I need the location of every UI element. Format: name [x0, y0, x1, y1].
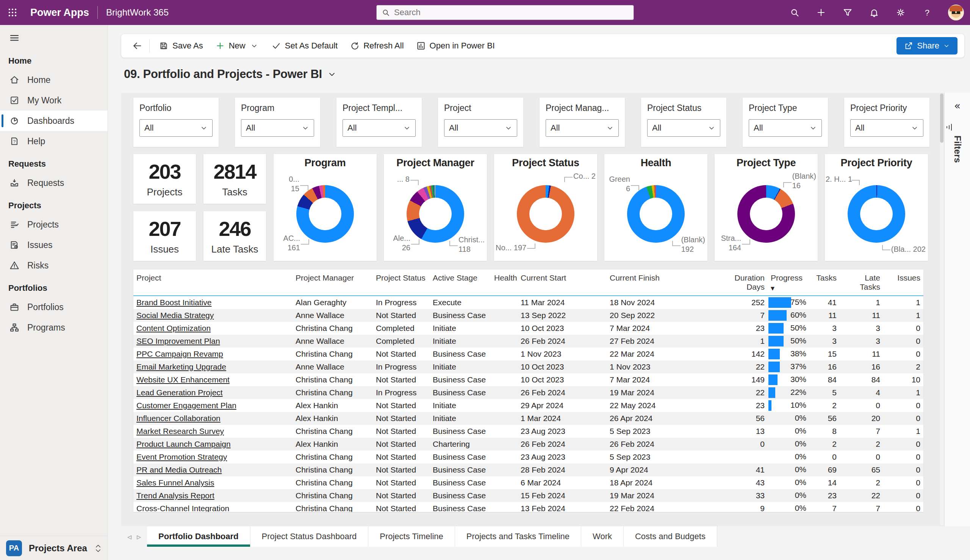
search-icon[interactable] [789, 7, 800, 18]
project-link[interactable]: Content Optimization [137, 324, 211, 332]
column-header-health[interactable]: Health [491, 272, 518, 286]
global-search[interactable] [376, 5, 634, 20]
slicer-dropdown[interactable]: All [241, 119, 314, 137]
new-button[interactable]: New [209, 37, 265, 54]
help-icon[interactable]: ? [922, 7, 933, 18]
project-link[interactable]: Sales Funnel Analysis [137, 478, 214, 487]
column-header-issues[interactable]: Issues [883, 272, 923, 286]
set-as-default-button[interactable]: Set As Default [265, 37, 344, 54]
column-header-late-tasks[interactable]: Late Tasks [840, 272, 883, 295]
table-row[interactable]: Website UX EnhancementChristina ChangNot… [134, 373, 923, 386]
scrollbar-thumb[interactable] [940, 93, 943, 143]
avatar[interactable] [948, 5, 964, 20]
sidebar-item-issues[interactable]: Issues [0, 235, 108, 255]
waffle-menu-icon[interactable] [0, 0, 25, 25]
table-row[interactable]: Market Research SurveyChristina ChangNot… [134, 425, 923, 438]
table-row[interactable]: Customer Engagement PlanAlex HankinNot S… [134, 399, 923, 412]
column-header-progress[interactable]: Progress▼ [768, 272, 813, 295]
table-row[interactable]: Product Launch CampaignAlex HankinNot St… [134, 438, 923, 450]
plus-icon[interactable] [815, 7, 827, 18]
back-button[interactable] [128, 37, 146, 54]
project-link[interactable]: Email Marketing Upgrade [137, 362, 226, 371]
sidebar-item-help[interactable]: ?Help [0, 131, 108, 152]
table-row[interactable]: PPC Campaign RevampChristina ChangNot St… [134, 348, 923, 360]
tab-costs-and-budgets[interactable]: Costs and Budgets [624, 526, 717, 547]
project-link[interactable]: SEO Improvement Plan [137, 337, 220, 345]
tab-prev-arrow[interactable]: ◃ [127, 532, 132, 542]
bell-icon[interactable] [868, 7, 880, 18]
donut-ring[interactable] [296, 185, 354, 243]
donut-ring[interactable] [848, 185, 905, 243]
filter-icon[interactable] [842, 7, 853, 18]
project-link[interactable]: Brand Boost Initiative [137, 298, 211, 307]
project-link[interactable]: PR and Media Outreach [137, 465, 222, 474]
column-header-current-start[interactable]: Current Start [518, 272, 607, 286]
project-link[interactable]: Influencer Collaboration [137, 414, 220, 423]
search-input[interactable] [394, 8, 617, 17]
project-link[interactable]: Customer Engagement Plan [137, 401, 236, 410]
slicer-dropdown[interactable]: All [749, 119, 822, 137]
table-row[interactable]: Brand Boost InitiativeAlan GeraghtyIn Pr… [134, 296, 923, 309]
column-header-active-stage[interactable]: Active Stage [430, 272, 491, 286]
tab-work[interactable]: Work [581, 526, 624, 547]
chevron-down-icon[interactable] [327, 70, 336, 79]
refresh-all-button[interactable]: Refresh All [344, 37, 410, 54]
sidebar-item-risks[interactable]: Risks [0, 255, 108, 276]
table-row[interactable]: Sales Funnel AnalysisChristina ChangNot … [134, 476, 923, 489]
sidebar-item-home[interactable]: Home [0, 70, 108, 90]
column-header-tasks[interactable]: Tasks [813, 272, 840, 286]
column-header-project-status[interactable]: Project Status [373, 272, 430, 286]
table-row[interactable]: Event Promotion StrategyChristina ChangN… [134, 450, 923, 463]
sidebar-item-requests[interactable]: Requests [0, 173, 108, 193]
donut-ring[interactable] [517, 185, 574, 243]
column-header-project[interactable]: Project [134, 272, 292, 286]
project-link[interactable]: Lead Generation Project [137, 388, 223, 397]
project-link[interactable]: Event Promotion Strategy [137, 452, 227, 461]
column-header-duration-days[interactable]: Duration Days [730, 272, 768, 295]
tab-projects-and-tasks-timeline[interactable]: Projects and Tasks Timeline [455, 526, 581, 547]
project-link[interactable]: Trend Analysis Report [137, 491, 214, 500]
tab-project-status-dashboard[interactable]: Project Status Dashboard [250, 526, 369, 547]
project-link[interactable]: Market Research Survey [137, 427, 224, 435]
donut-ring[interactable] [737, 185, 795, 243]
donut-ring[interactable] [627, 185, 685, 243]
table-row[interactable]: Trend Analysis ReportChristina ChangNot … [134, 489, 923, 502]
project-link[interactable]: Cross-Channel Integration [137, 504, 229, 512]
save-as-button[interactable]: Save As [153, 37, 209, 54]
sidebar-item-portfolios[interactable]: Portfolios [0, 297, 108, 317]
table-row[interactable]: SEO Improvement PlanAnne WallaceComplete… [134, 335, 923, 348]
table-row[interactable]: Email Marketing UpgradeAnne WallaceIn Pr… [134, 360, 923, 373]
hamburger-icon[interactable] [3, 27, 26, 48]
gear-icon[interactable] [895, 7, 907, 18]
slicer-dropdown[interactable]: All [850, 119, 923, 137]
project-link[interactable]: Website UX Enhancement [137, 375, 230, 384]
slicer-dropdown[interactable]: All [444, 119, 517, 137]
slicer-dropdown[interactable]: All [647, 119, 720, 137]
tab-next-arrow[interactable]: ▹ [137, 532, 141, 542]
expand-filters-button[interactable]: « [945, 100, 970, 112]
slicer-dropdown[interactable]: All [139, 119, 212, 137]
project-link[interactable]: Product Launch Campaign [137, 440, 231, 448]
slicer-dropdown[interactable]: All [546, 119, 619, 137]
tab-projects-timeline[interactable]: Projects Timeline [368, 526, 455, 547]
tab-portfolio-dashboard[interactable]: Portfolio Dashboard [147, 526, 250, 547]
table-row[interactable]: PR and Media OutreachChristina ChangNot … [134, 463, 923, 476]
project-link[interactable]: PPC Campaign Revamp [137, 350, 223, 358]
slicer-dropdown[interactable]: All [342, 119, 416, 137]
area-switcher[interactable]: PA Projects Area [0, 536, 108, 560]
table-row[interactable]: Cross-Channel IntegrationChristina Chang… [134, 502, 923, 512]
sidebar-item-my-work[interactable]: My Work [0, 90, 108, 110]
sidebar-item-programs[interactable]: Programs [0, 317, 108, 338]
table-row[interactable]: Influencer CollaborationAlex HankinNot S… [134, 412, 923, 425]
table-row[interactable]: Social Media StrategyAnne WallaceNot Sta… [134, 309, 923, 322]
table-row[interactable]: Content OptimizationChristina ChangCompl… [134, 322, 923, 335]
donut-ring[interactable] [407, 185, 464, 243]
column-header-project-manager[interactable]: Project Manager [292, 272, 373, 286]
project-link[interactable]: Social Media Strategy [137, 311, 214, 320]
share-button[interactable]: Share [897, 37, 958, 55]
open-in-power-bi-button[interactable]: Open in Power BI [410, 37, 501, 54]
sidebar-item-dashboards[interactable]: Dashboards [0, 110, 108, 131]
column-header-current-finish[interactable]: Current Finish [607, 272, 730, 286]
table-row[interactable]: Lead Generation ProjectChristina ChangIn… [134, 386, 923, 399]
sidebar-item-projects[interactable]: Projects [0, 214, 108, 235]
